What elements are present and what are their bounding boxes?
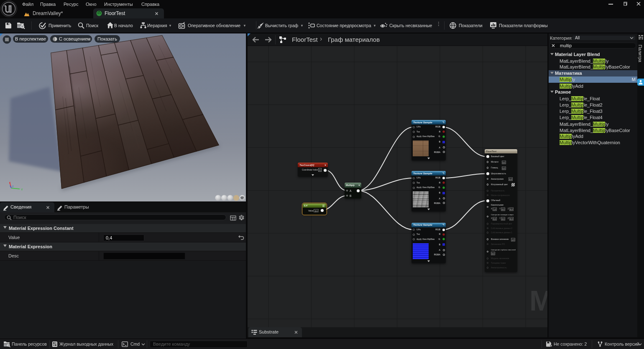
svg-text:x: x [9,181,11,184]
svg-text:Y: Y [21,188,23,191]
svg-text:z: z [12,185,14,188]
